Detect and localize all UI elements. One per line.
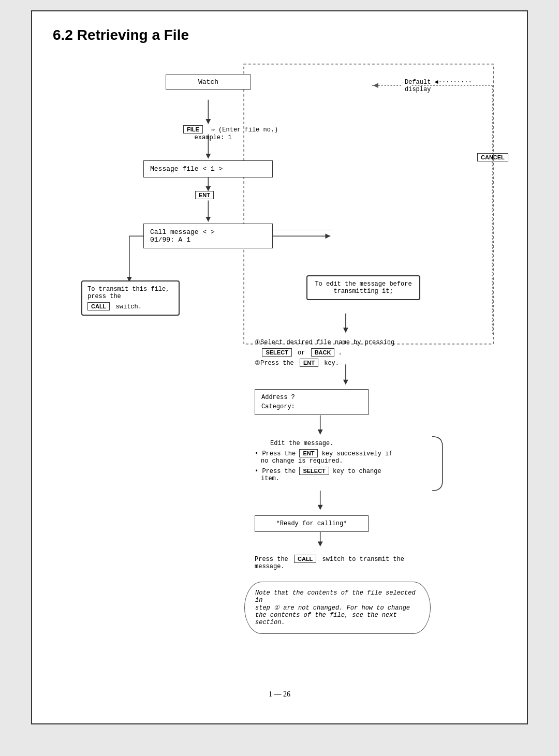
transmit-call-area: CALL switch. [87, 302, 173, 310]
transmit-text2: switch. [116, 303, 142, 310]
svg-marker-2 [205, 119, 211, 124]
svg-marker-21 [318, 505, 323, 510]
message-file-box: Message file < 1 > [143, 160, 273, 177]
edit-msg2-area: • Press the ENT key successively if [255, 449, 441, 457]
edit-box: To edit the message beforetransmitting i… [306, 275, 420, 300]
select-btn-2: SELECT [299, 467, 329, 475]
or-text: or [298, 349, 305, 357]
bullet2: • Press the [255, 468, 299, 475]
svg-marker-19 [318, 429, 323, 435]
key-text: key. [324, 360, 339, 367]
step1-buttons: SELECT or BACK . [255, 348, 394, 357]
svg-marker-17 [343, 380, 348, 385]
file-btn: FILE [183, 125, 203, 134]
select-btn-1: SELECT [262, 348, 291, 357]
ready-box: *Ready for calling* [255, 515, 369, 532]
edit-msg6: key to change [333, 468, 381, 475]
svg-marker-13 [326, 233, 331, 239]
ent-btn-1: ENT [195, 191, 214, 199]
call-btn-2: CALL [294, 555, 316, 563]
edit-msg5-area: • Press the SELECT key to change [255, 467, 441, 475]
back-btn: BACK [311, 348, 335, 357]
diagram: Watch Default ◄·········display FILE ⇒ (… [53, 59, 506, 680]
svg-marker-25 [373, 83, 378, 88]
file-button-area: FILE ⇒ (Enter file no.) example: 1 [183, 125, 278, 141]
edit-msg4: no change is required. [261, 457, 441, 465]
address-line: Address ? [261, 394, 362, 401]
press-call-text1: Press the [255, 556, 288, 563]
step2-text: ②Press the [255, 360, 294, 367]
bullet1: • Press the [255, 450, 299, 457]
ready-text: *Ready for calling* [276, 520, 347, 527]
svg-marker-8 [205, 217, 211, 222]
cancel-btn-area: CANCEL [477, 153, 508, 161]
edit-msg1: Edit the message. [270, 440, 441, 447]
transmit-text1: To transmit this file, press the [87, 286, 173, 300]
svg-marker-4 [205, 154, 211, 159]
cancel-btn: CANCEL [477, 153, 508, 161]
ent-btn-3: ENT [299, 449, 318, 457]
svg-marker-15 [343, 328, 348, 333]
page-title: 6.2 Retrieving a File [53, 27, 506, 43]
message-file-text: Message file < 1 > [150, 165, 223, 173]
step1-text: ①Select desired file name by pressing [255, 338, 394, 346]
note-box: Note that the contents of the file selec… [244, 582, 431, 634]
edit-msg7: item. [261, 475, 441, 482]
page-number: 1 — 26 [53, 690, 506, 699]
default-display-label: Default ◄·········display [405, 79, 472, 93]
step1-area: ①Select desired file name by pressing SE… [255, 338, 394, 367]
call-message-box: Call message < > 01/99: A 1 [143, 224, 273, 248]
svg-rect-0 [244, 64, 493, 344]
transmit-box: To transmit this file, press the CALL sw… [81, 280, 180, 316]
ent-btn-2: ENT [300, 359, 318, 367]
edit-msg3: key successively if [322, 450, 393, 457]
step2-area: ②Press the ENT key. [255, 359, 394, 367]
page: 6.2 Retrieving a File [31, 10, 528, 724]
press-call-area: Press the CALL switch to transmit themes… [255, 555, 404, 570]
watch-box: Watch [166, 75, 251, 90]
call-btn: CALL [87, 302, 110, 310]
edit-instructions: Edit the message. • Press the ENT key su… [255, 440, 441, 482]
address-category-box: Address ? Category: [255, 389, 369, 415]
edit-text: To edit the message beforetransmitting i… [313, 280, 414, 295]
call-message-line2: 01/99: A 1 [150, 236, 266, 244]
svg-marker-23 [318, 541, 323, 546]
ent-button-1-area: ENT [195, 191, 214, 199]
note-text: Note that the contents of the file selec… [255, 589, 416, 626]
dashed-line-right [273, 230, 332, 230]
watch-label: Watch [198, 78, 218, 86]
call-message-line1: Call message < > [150, 228, 266, 236]
category-line: Category: [261, 403, 362, 410]
